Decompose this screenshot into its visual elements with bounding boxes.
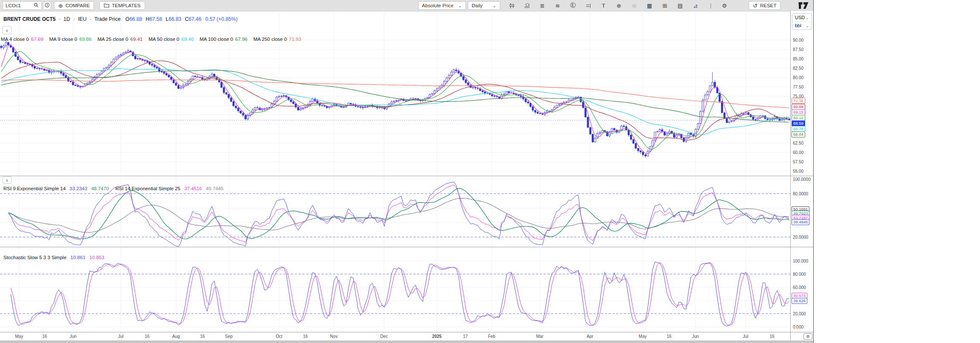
templates-button-label: TEMPLATES [112,3,141,8]
measure-tool-icon[interactable] [583,1,594,10]
price-badge: 72.38 [792,98,805,104]
time-axis-border [0,332,813,332]
axis-tick-label: 82.50 [793,66,803,71]
bar-chart-icon[interactable] [521,1,533,10]
ma-value: 69.41 [130,37,142,42]
time-axis-label: 16 [145,334,149,339]
price-badge: 39.626 [792,298,807,304]
ma-legend-item: MA 9 close 069.86 [49,37,92,42]
reset-button[interactable]: ↺ RESET [749,1,781,10]
templates-button[interactable]: TEMPLATES [100,1,145,10]
axis-tick-label: 80.000 [793,272,806,277]
time-scale[interactable]: May16JunJul16Aug16SepOct16NovDec202517Fe… [0,332,790,340]
ma-legend-item: MA 250 close 071.93 [254,37,301,42]
time-axis-label: Sep [225,334,233,339]
pane-divider[interactable] [0,176,813,176]
interval-dropdown[interactable]: Daily ⌄ [468,1,500,10]
rsi-slow-title: RSI 14 Exponential Simple 25 [115,186,180,191]
time-axis-label: Jul [118,334,124,339]
time-axis-label: Jul [743,334,749,339]
price-badge: 69.15 [792,109,805,115]
high-value: 67.58 [149,16,162,22]
chevron-down-icon: ⌄ [458,3,462,9]
time-axis-label: Apr [587,334,593,339]
axis-tick-label: 85.00 [793,57,803,61]
zoom-in-icon[interactable]: ⊕ [613,1,624,10]
time-axis-label: May [15,334,23,339]
symbol-input[interactable]: LCOc1 [3,1,42,10]
rsi-fast-signal-value: 48.7470 [91,186,109,191]
time-axis-label: 16 [42,334,47,339]
ma-legend-item: MA 50 close 069.40 [148,37,194,42]
top-toolbar: LCOc1 ⊕ COMPARE TEMPLATES Absolute Price… [0,0,814,11]
add-pane-icon[interactable]: ⊞ [659,1,670,10]
settings-gear-icon[interactable]: ⚙ [719,1,730,10]
currency-value: USD [795,15,805,20]
time-axis-label: May [639,334,647,339]
axis-tick-label: 62.50 [793,141,803,146]
folder-icon [104,3,109,9]
clock-icon [45,3,50,9]
ma-legend-item: MA 25 close 069.41 [97,37,142,42]
price-badge: 69.89 [792,104,805,110]
axis-tick-label: 90.00 [793,38,803,43]
price-pane-collapse-button[interactable]: ‹ [3,26,11,34]
spreadsheet-icon[interactable]: ▦ [644,1,655,10]
ma-legend-item: MA 4 close 067.69 [1,37,43,42]
ma-value: 71.93 [289,37,301,42]
time-axis-label: Feb [488,334,495,339]
window-bottom-edge [0,340,813,343]
zoom-out-icon[interactable]: ⊖ [629,1,640,10]
rsi-legend: RSI 9 Exponential Simple 14 33.2343 48.7… [3,186,226,191]
trading-app-window: LCOc1 ⊕ COMPARE TEMPLATES Absolute Price… [0,0,814,343]
stochastic-title: Stochastic Slow 5 3 3 Simple [3,255,66,260]
pane-divider[interactable] [0,247,813,247]
text-tool-icon[interactable]: T [598,1,609,10]
window-right-edge [813,0,814,343]
close-value: 67.46 [188,16,201,22]
series-type: Trade Price [94,16,121,22]
reset-icon: ↺ [753,3,758,9]
currency-dropdown[interactable]: USD ⌄ [792,14,812,22]
ma-label: MA 250 close 0 [254,37,287,42]
ma-legend-item: MA 100 close 067.96 [199,37,247,42]
chevron-left-icon: ‹ [6,27,8,34]
time-axis-label: 16 [769,334,774,339]
news-page-icon[interactable]: ▤ [675,1,686,10]
search-icon [34,3,39,9]
events-circle-e-icon[interactable]: Ⓔ [567,1,578,10]
kebab-menu-icon[interactable]: ⋮ [705,1,716,10]
candlestick-style-icon[interactable] [506,1,517,10]
price-mode-dropdown[interactable]: Absolute Price ⌄ [418,1,466,10]
stochastic-d-value: 10.853 [89,255,104,260]
symbol-input-value: LCOc1 [6,3,21,8]
rsi-pane-collapse-button[interactable]: ‹ [3,176,11,184]
axis-tick-label: 77.50 [793,85,803,89]
price-scale-border [790,11,791,340]
rsi-fast-value: 33.2343 [70,186,88,191]
low-value: 66.83 [168,16,181,22]
time-axis-label: Dec [380,334,388,339]
compare-button[interactable]: ⊕ COMPARE [54,1,94,10]
change-value: 0.57 (+0.85%) [205,16,238,22]
unit-dropdown[interactable]: bbl ⌄ [792,22,812,29]
axis-tick-label: 80.00 [793,75,803,80]
symbol-title: BRENT CRUDE OCT5 [3,16,56,22]
axis-tick-label: 100.000 [793,259,808,263]
interval-history-button[interactable] [43,1,51,10]
performance-chart-icon[interactable]: ⊿ [690,1,701,10]
time-scale-settings-button[interactable]: ⚙ [803,333,812,340]
rows-layout-icon[interactable]: ≣ [537,1,548,10]
stochastic-indicator-pane[interactable] [0,247,790,332]
axis-tick-label: 80.0000 [793,192,808,196]
price-badge: 39.4945 [792,219,809,225]
price-badge: 68.59 [792,120,805,126]
waves-overlay-icon[interactable]: ≋ [552,1,563,10]
ma-value: 67.69 [31,37,43,42]
axis-tick-label: 55.00 [793,169,803,174]
axis-tick-label: 100.0000 [793,177,811,182]
axis-tick-label: 20.0000 [793,235,808,240]
rsi-fast-title: RSI 9 Exponential Simple 14 [3,186,66,191]
chevron-down-icon: ⌄ [806,15,809,20]
price-chart-pane[interactable] [0,11,790,176]
